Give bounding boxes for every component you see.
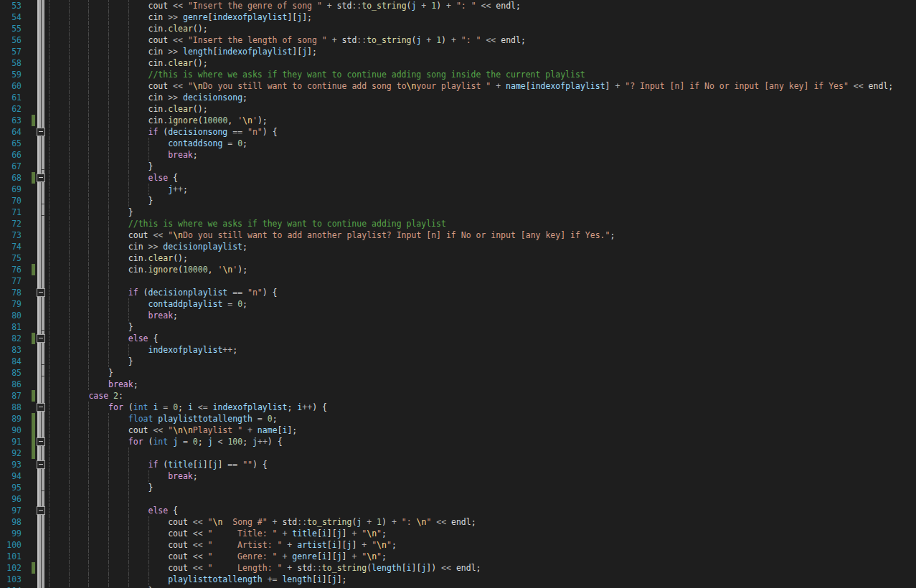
line-number[interactable]: 83 xyxy=(0,344,22,356)
line-number[interactable]: 55 xyxy=(0,23,22,34)
line-number[interactable]: 91 xyxy=(0,436,22,447)
line-number[interactable]: 79 xyxy=(0,298,22,310)
code-line[interactable]: } xyxy=(49,161,153,172)
fold-collapse-icon[interactable] xyxy=(37,437,45,446)
line-number[interactable]: 78 xyxy=(0,287,22,298)
fold-collapse-icon[interactable] xyxy=(37,334,45,343)
code-line[interactable]: playlisttotallength += length[i][j]; xyxy=(49,574,347,585)
code-line[interactable]: break; xyxy=(49,379,138,390)
line-number[interactable]: 89 xyxy=(0,413,22,425)
line-number[interactable]: 67 xyxy=(0,161,22,172)
code-line[interactable]: } xyxy=(49,585,153,588)
code-line[interactable]: cout << " Artist: " + artist[i][j] + "\n… xyxy=(49,539,397,551)
code-line[interactable]: } xyxy=(49,482,153,493)
line-number[interactable]: 88 xyxy=(0,402,22,413)
line-number[interactable]: 93 xyxy=(0,459,22,470)
fold-collapse-icon[interactable] xyxy=(37,460,45,469)
code-line[interactable] xyxy=(49,275,128,287)
code-line[interactable]: indexofplaylist++; xyxy=(49,344,237,356)
line-number[interactable]: 68 xyxy=(0,172,22,184)
code-line[interactable]: cout << "\nDo you still want to continue… xyxy=(49,80,893,92)
line-number[interactable]: 98 xyxy=(0,516,22,528)
code-line[interactable]: break; xyxy=(49,149,198,161)
line-number[interactable]: 74 xyxy=(0,241,22,252)
line-number[interactable]: 60 xyxy=(0,80,22,92)
line-number[interactable]: 77 xyxy=(0,275,22,287)
line-number[interactable]: 96 xyxy=(0,493,22,505)
code-line[interactable] xyxy=(49,493,148,505)
code-line[interactable]: if (title[i][j] == "") { xyxy=(49,459,268,470)
code-line[interactable]: cin.clear(); xyxy=(49,23,208,34)
code-line[interactable]: cin >> length[indexofplaylist][j]; xyxy=(49,46,317,57)
line-number[interactable]: 63 xyxy=(0,115,22,126)
code-line[interactable]: contaddplaylist = 0; xyxy=(49,298,247,310)
line-number[interactable]: 94 xyxy=(0,470,22,482)
line-number[interactable]: 85 xyxy=(0,367,22,379)
code-line[interactable]: cin.clear(); xyxy=(49,57,208,69)
code-line[interactable]: break; xyxy=(49,470,198,482)
line-number[interactable]: 61 xyxy=(0,92,22,103)
code-line[interactable]: case 2: xyxy=(49,390,123,402)
code-line[interactable]: } xyxy=(49,207,133,218)
code-line[interactable]: else { xyxy=(49,172,178,184)
code-line[interactable]: cin.ignore(10000, '\n'); xyxy=(49,115,268,126)
line-number[interactable]: 66 xyxy=(0,149,22,161)
line-number[interactable]: 65 xyxy=(0,138,22,149)
code-line[interactable]: cin >> decisionplaylist; xyxy=(49,241,247,252)
line-number[interactable]: 57 xyxy=(0,46,22,57)
code-line[interactable]: cin >> genre[indexofplaylist][j]; xyxy=(49,11,312,23)
fold-collapse-icon[interactable] xyxy=(37,506,45,515)
line-number[interactable]: 54 xyxy=(0,11,22,23)
line-number[interactable]: 76 xyxy=(0,264,22,275)
code-line[interactable]: cout << "Insert the length of song " + s… xyxy=(49,34,526,46)
code-line[interactable]: for (int i = 0; i <= indexofplaylist; i+… xyxy=(49,402,327,413)
code-line[interactable]: else { xyxy=(49,333,158,344)
line-number[interactable]: 84 xyxy=(0,356,22,367)
line-number[interactable]: 82 xyxy=(0,333,22,344)
line-number[interactable]: 72 xyxy=(0,218,22,229)
line-number[interactable]: 103 xyxy=(0,574,22,585)
line-number[interactable]: 95 xyxy=(0,482,22,493)
code-line[interactable]: cout << "\n\nPlaylist " + name[i]; xyxy=(49,425,297,436)
code-line[interactable]: if (decisionsong == "n") { xyxy=(49,126,278,138)
line-number[interactable]: 73 xyxy=(0,229,22,241)
code-line[interactable]: cin.ignore(10000, '\n'); xyxy=(49,264,247,275)
code-line[interactable]: //this is where we asks if they want to … xyxy=(49,218,446,229)
fold-collapse-icon[interactable] xyxy=(37,403,45,412)
line-number[interactable]: 90 xyxy=(0,425,22,436)
line-number[interactable]: 64 xyxy=(0,126,22,138)
fold-collapse-icon[interactable] xyxy=(37,288,45,297)
line-number[interactable]: 53 xyxy=(0,0,22,11)
line-number[interactable]: 99 xyxy=(0,528,22,539)
line-number[interactable]: 102 xyxy=(0,562,22,574)
code-line[interactable]: } xyxy=(49,356,133,367)
line-number[interactable]: 100 xyxy=(0,539,22,551)
code-line[interactable]: else { xyxy=(49,505,178,516)
code-line[interactable]: cout << " Length: " + std::to_string(len… xyxy=(49,562,481,574)
line-number[interactable]: 56 xyxy=(0,34,22,46)
code-line[interactable]: cin >> decisionsong; xyxy=(49,92,247,103)
line-number[interactable]: 81 xyxy=(0,321,22,333)
code-line[interactable]: } xyxy=(49,367,113,379)
line-number[interactable]: 59 xyxy=(0,69,22,80)
line-number[interactable]: 101 xyxy=(0,551,22,562)
fold-collapse-icon[interactable] xyxy=(37,174,45,182)
code-line[interactable]: cout << "\nDo you still want to add anot… xyxy=(49,229,615,241)
line-number[interactable]: 92 xyxy=(0,447,22,459)
line-number[interactable]: 75 xyxy=(0,252,22,264)
code-line[interactable]: cout << "Insert the genre of song " + st… xyxy=(49,0,521,11)
code-line[interactable]: cin.clear(); xyxy=(49,103,208,115)
code-line[interactable]: } xyxy=(49,195,153,207)
line-number[interactable]: 104 xyxy=(0,585,22,588)
line-number[interactable]: 62 xyxy=(0,103,22,115)
line-number[interactable]: 87 xyxy=(0,390,22,402)
line-number[interactable]: 97 xyxy=(0,505,22,516)
code-line[interactable]: if (decisionplaylist == "n") { xyxy=(49,287,278,298)
line-number[interactable]: 80 xyxy=(0,310,22,321)
code-line[interactable]: cout << " Genre: " + genre[i][j] + "\n"; xyxy=(49,551,387,562)
code-line[interactable]: //this is where we asks if they want to … xyxy=(49,69,585,80)
code-line[interactable] xyxy=(49,447,148,459)
code-line[interactable]: cout << "\n Song #" + std::to_string(j +… xyxy=(49,516,476,528)
code-line[interactable]: for (int j = 0; j < 100; j++) { xyxy=(49,436,283,447)
code-line[interactable]: j++; xyxy=(49,184,188,195)
